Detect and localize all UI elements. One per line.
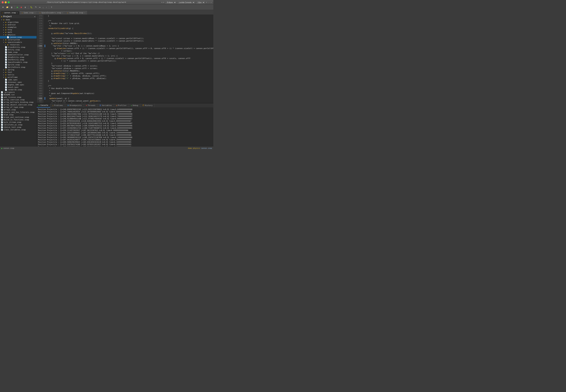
sidebar-item-arrayoftype[interactable]: 📄 array_of_type.snap [0, 106, 37, 109]
sidebar-item-hughes[interactable]: 📄 hughes_500.spec [0, 84, 37, 86]
sidebar-item-binaryhex[interactable]: 📄 binary_and_hex_literals.snap [0, 111, 37, 113]
file-icon-classvariables: 📄 [1, 129, 3, 131]
toolbar-icon-3[interactable]: ↺ [210, 1, 212, 3]
sidebar-item-classvariables[interactable]: 📄 class_variables.snap [0, 128, 37, 131]
tab-history[interactable]: ⏱ History [140, 103, 155, 108]
sidebar-item-test[interactable]: ▶ ▶ test [0, 71, 37, 73]
sidebar-item-physics[interactable]: ▼ ▶ physics [0, 33, 37, 36]
sidebar-item-cannon-snap[interactable]: 📄 cannon.snap [0, 36, 37, 39]
tab-problems[interactable]: ⚠ Problems [50, 103, 65, 108]
sidebar-item-dinosaur[interactable]: 📄 dinosaur.spec [0, 81, 37, 84]
line-num-377: 377 [38, 25, 42, 27]
tab-variables[interactable]: ☰ Variables [97, 103, 114, 108]
code-content[interactable]: } /** * Render the cell line grid. */ re… [43, 15, 213, 103]
sidebar-item-arraycoercion[interactable]: 📄 array_coercion.snap [0, 98, 37, 101]
tab-debug[interactable]: ⬥ Debug [129, 103, 140, 108]
sidebar-item-arraymultiple[interactable]: 📄 array_multiple_binding.snap [0, 101, 37, 103]
tab-close-3[interactable]: ✕ [84, 12, 85, 14]
sidebar-item-arrayobject[interactable]: 📄 array_object_coercion.snap [0, 103, 37, 106]
sidebar-item-spaceinvaderssnap[interactable]: 📄 SpaceInvaders.snap [0, 61, 37, 64]
sidebar-item-cubespec[interactable]: 📄 cube.spec [0, 79, 37, 81]
sidebar-item-algorithms[interactable]: ▶ ▶ algorithms [0, 21, 37, 24]
nav-forward-icon[interactable]: ▶ [163, 1, 165, 3]
sidebar-item-demo[interactable]: ▼ ▶ demo [0, 18, 37, 21]
sidebar-item-solarsystem[interactable]: ▶ ▶ solarsystem [0, 39, 37, 41]
label-alienentity: AlienEntity.snap [8, 46, 25, 48]
folder-icon-demo: ▶ [3, 19, 5, 21]
sidebar-item-math[interactable]: ▶ ▶ math [0, 31, 37, 33]
sidebar-item-buildin[interactable]: 📄 build_in_functions.snap [0, 118, 37, 121]
sidebar-item-examples[interactable]: ▶ ▶ examples [0, 26, 37, 28]
sidebar-item-blah[interactable]: 📄 blah.snap [0, 113, 37, 116]
arrow-spring: ▶ [3, 69, 5, 71]
font-size-select[interactable]: 12px [196, 1, 205, 4]
maximize-button[interactable] [8, 1, 10, 3]
sidebar-item-break[interactable]: 📄 break_and_continue.snap [0, 116, 37, 118]
sidebar-item-android[interactable]: ▶ ▶ android [0, 24, 37, 26]
sidebar-item-arrays[interactable]: 📄 arrays.snap [0, 109, 37, 111]
sidebar-item-alienentity[interactable]: 📄 AlienEntity.snap [0, 46, 37, 48]
sidebar-item-choicetest[interactable]: 📄 choice_test.snap [0, 126, 37, 128]
sidebar-item-shipentity[interactable]: 📄 ShipEntity.snap [0, 56, 37, 58]
toolbar-delete[interactable]: 🗑 [10, 6, 14, 9]
sidebar-item-readme[interactable]: 📄 README.txt [0, 94, 37, 96]
sidebar-item-calculatepi[interactable]: 📄 calculate_pi.snap [0, 124, 37, 126]
toolbar-step-over[interactable]: ↝ [38, 6, 41, 9]
sidebar-item-resources[interactable]: ▶ ▶ resources [0, 43, 37, 46]
toolbar-step-out[interactable]: ↑ [45, 6, 48, 9]
sidebar-item-wireframe[interactable]: ▼ ▶ wireframe [0, 76, 37, 79]
sidebar-item-entity[interactable]: 📄 Entity.snap [0, 48, 37, 51]
tab-close-1[interactable]: ✕ [34, 12, 36, 14]
sidebar-collapse-icon[interactable]: ◀ [34, 15, 35, 18]
variables-label: Variables [102, 104, 112, 107]
tab-close-2[interactable]: ✕ [62, 12, 63, 14]
sidebar-item-http[interactable]: ▶ ▶ http [0, 28, 37, 31]
minimize-button[interactable] [5, 1, 7, 3]
sidebar-item-gitignore[interactable]: 📄 .gitignore [0, 91, 37, 94]
problems-label: Problems [54, 104, 63, 107]
theme-select[interactable]: Eclipse [165, 1, 176, 4]
close-button[interactable] [2, 1, 4, 3]
toolbar-play[interactable]: ▶ [16, 6, 19, 9]
console-line: Position Projectile : {i=242.74846149295… [38, 111, 212, 113]
font-select[interactable]: Lucida Console [177, 1, 195, 4]
tab-icon-3: ✏ [67, 12, 68, 14]
tab-render3d-snap[interactable]: ✏ render3d.snap ✕ [65, 11, 87, 14]
toolbar-icon-1[interactable]: ⊞ [206, 1, 207, 3]
tab-cannon-snap[interactable]: ✏ cannon.snap ✕ [0, 11, 20, 14]
tab-close-0[interactable]: ✕ [17, 12, 18, 14]
tab-game-snap[interactable]: ✏ Game.snap ✕ [20, 11, 37, 14]
sidebar-item-knoxs[interactable]: 📄 knoxS.spec [0, 86, 37, 88]
toolbar-help[interactable]: ? [50, 6, 53, 9]
file-icon-game: 📄 [5, 51, 7, 53]
sidebar-item-spaceinvaders[interactable]: ▼ ▶ spaceinvaders [0, 41, 37, 43]
label-resources: resources [10, 44, 20, 46]
file-icon-gamecontroller: 📄 [5, 54, 7, 56]
tab-console[interactable]: ▶ Console [37, 103, 50, 108]
toolbar-star[interactable]: ★ [1, 6, 5, 9]
toolbar-stop[interactable]: ◼ [20, 6, 23, 9]
sidebar-item-addlicense[interactable]: 📄 add_license.snap [0, 96, 37, 98]
toolbar-folder[interactable]: 📁 [5, 6, 9, 9]
tab-profiler[interactable]: ◷ Profiler [114, 103, 129, 108]
toolbar-pause[interactable]: ⏸ [24, 6, 27, 9]
sidebar-item-sprite[interactable]: 📄 Sprite.snap [0, 64, 37, 66]
sidebar-item-shotentity[interactable]: 📄 ShotEntity.snap [0, 58, 37, 61]
tab-threads[interactable]: ≡ Threads [84, 103, 97, 108]
toolbar-icon-2[interactable]: ↗ [208, 1, 209, 3]
toolbar-step[interactable]: ↷ [34, 6, 37, 9]
sidebar-item-game[interactable]: 📄 Game.snap [0, 51, 37, 54]
sidebar-item-render3d[interactable]: 📄 render3d.snap [0, 88, 37, 91]
sidebar-item-spring[interactable]: ▶ ▶ spring [0, 69, 37, 71]
sidebar-item-gamecontroller[interactable]: 📄 GameController.snap [0, 54, 37, 56]
tab-breakpoints[interactable]: ⏸ Breakpoints [65, 103, 84, 108]
code-editor[interactable]: 3733743753763773783793803813823833843853… [37, 15, 213, 103]
toolbar-debug[interactable]: 🐛 [29, 6, 33, 9]
sidebar-item-tetris[interactable]: ▶ ▶ tetris [0, 73, 37, 76]
toolbar-step-into[interactable]: ↓ [42, 6, 44, 9]
folder-icon-http: ▶ [5, 29, 7, 31]
tab-spaceinvaders-snap[interactable]: ✏ SpaceInvaders.snap ✕ [38, 11, 65, 14]
sidebar-item-bytestream[interactable]: 📄 byte_stream.snap [0, 121, 37, 124]
sidebar-item-spritestore[interactable]: 📄 SpriteStore.snap [0, 66, 37, 69]
nav-back-icon[interactable]: ◀ [161, 1, 162, 3]
